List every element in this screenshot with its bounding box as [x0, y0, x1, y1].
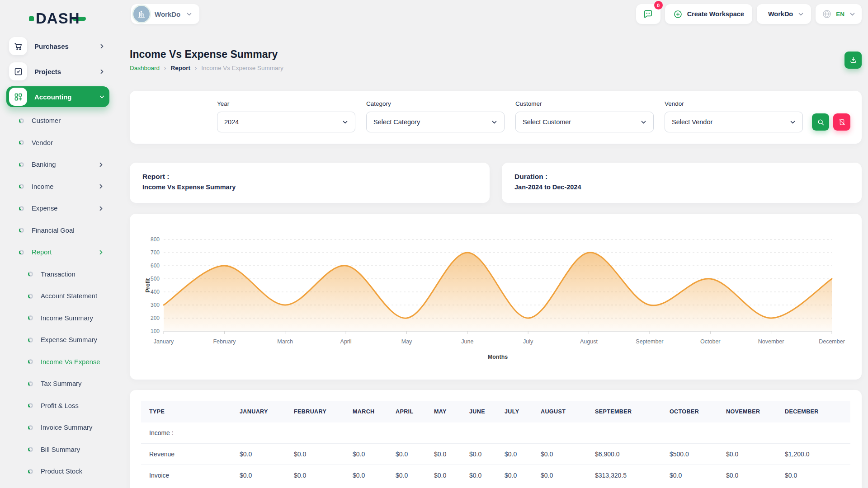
- sidebar-item-label: Customer: [32, 117, 61, 124]
- select-value: Select Customer: [523, 118, 571, 126]
- sidebar-item-expense[interactable]: Expense: [6, 197, 109, 220]
- sidebar-item-vendor[interactable]: Vendor: [6, 132, 109, 154]
- circle-bullet-icon: [19, 228, 24, 233]
- sidebar-item-label: Income Summary: [41, 314, 93, 322]
- circle-bullet-icon: [19, 250, 24, 255]
- summary-card-value: Income Vs Expense Summary: [142, 183, 477, 191]
- sidebar-item-financial-goal[interactable]: Financial Goal: [6, 220, 109, 242]
- column-header-september: SEPTEMBER: [587, 401, 661, 422]
- row-value-cell: $0.0: [344, 444, 387, 465]
- sidebar-item-expense-summary[interactable]: Expense Summary: [6, 329, 109, 351]
- column-header-april: APRIL: [387, 401, 426, 422]
- svg-text:May: May: [401, 338, 412, 345]
- breadcrumb-income-vs-expense-summary: Income Vs Expense Summary: [201, 65, 283, 71]
- svg-text:August: August: [580, 338, 598, 345]
- sidebar-item-label: Accounting: [34, 93, 72, 101]
- circle-bullet-icon: [19, 118, 24, 123]
- app-menu-button[interactable]: WorkDo: [757, 4, 811, 24]
- sidebar-item-cash-flow[interactable]: Cash Flow: [6, 483, 109, 488]
- row-value-cell: $0.0: [426, 444, 461, 465]
- chevron-down-icon: [342, 119, 348, 125]
- summary-card-value: Jan-2024 to Dec-2024: [514, 183, 849, 191]
- sidebar-item-accounting[interactable]: Accounting: [6, 86, 109, 107]
- svg-text:700: 700: [151, 249, 160, 256]
- filter-label: Customer: [515, 100, 654, 107]
- table-group-label: Income :: [141, 422, 850, 444]
- download-button[interactable]: [844, 52, 862, 69]
- sidebar-item-income-vs-expense[interactable]: Income Vs Expense: [6, 351, 109, 373]
- sidebar-item-banking[interactable]: Banking: [6, 154, 109, 176]
- table-row-invoice: Invoice$0.0$0.0$0.0$0.0$0.0$0.0$0.0$0.0$…: [141, 465, 850, 486]
- cart-icon: [9, 37, 27, 55]
- sidebar-item-customer[interactable]: Customer: [6, 110, 109, 132]
- sidebar-item-label: Income Vs Expense: [41, 358, 100, 366]
- chevron-right-icon: [98, 183, 104, 189]
- svg-text:March: March: [277, 338, 293, 345]
- sidebar-item-invoice-summary[interactable]: Invoice Summary: [6, 417, 109, 439]
- customer-select[interactable]: Select Customer: [515, 112, 654, 132]
- sidebar-item-account-statement[interactable]: Account Statement: [6, 285, 109, 307]
- chevron-right-icon: [98, 249, 104, 255]
- row-value-cell: $0.0: [496, 444, 533, 465]
- sidebar-item-label: Financial Goal: [32, 227, 75, 234]
- category-select[interactable]: Select Category: [366, 112, 505, 132]
- table-group-label: Expense :: [141, 486, 850, 488]
- sidebar-item-label: Purchases: [34, 42, 69, 50]
- sidebar-item-label: Report: [32, 249, 52, 256]
- sidebar-item-projects[interactable]: Projects: [6, 59, 109, 84]
- messages-button[interactable]: 0: [636, 4, 660, 24]
- chevron-down-icon: [491, 119, 497, 125]
- svg-text:600: 600: [151, 263, 160, 269]
- sidebar-item-profit-loss[interactable]: Profit & Loss: [6, 395, 109, 417]
- app-logo[interactable]: DASH: [29, 9, 109, 28]
- summary-card-report: Report :Income Vs Expense Summary: [130, 163, 490, 203]
- chevron-right-icon: [99, 69, 105, 75]
- chevron-down-icon: [641, 119, 646, 125]
- sidebar-item-tax-summary[interactable]: Tax Summary: [6, 373, 109, 395]
- svg-text:February: February: [213, 338, 236, 345]
- chat-bubble-icon: [643, 9, 653, 19]
- column-header-march: MARCH: [344, 401, 387, 422]
- sidebar-item-bill-summary[interactable]: Bill Summary: [6, 439, 109, 461]
- workspace-switcher[interactable]: WorkDo: [131, 4, 199, 24]
- circle-bullet-icon: [28, 469, 33, 474]
- svg-text:800: 800: [151, 236, 160, 243]
- grid-plus-icon: [9, 88, 27, 106]
- filter-label: Year: [217, 100, 355, 107]
- sidebar-item-product-stock[interactable]: Product Stock: [6, 460, 109, 483]
- language-selector[interactable]: EN: [816, 4, 862, 24]
- sidebar-item-income[interactable]: Income: [6, 176, 109, 198]
- sidebar-item-income-summary[interactable]: Income Summary: [6, 307, 109, 329]
- row-value-cell: $0.0: [387, 465, 426, 486]
- sidebar-item-label: Tax Summary: [41, 380, 81, 387]
- create-workspace-button[interactable]: Create Workspace: [665, 4, 752, 24]
- profit-chart: 100200300400500600700800JanuaryFebruaryM…: [143, 225, 854, 366]
- vendor-select[interactable]: Select Vendor: [665, 112, 803, 132]
- sidebar-item-report[interactable]: Report: [6, 241, 109, 263]
- search-button[interactable]: [812, 113, 829, 131]
- circle-bullet-icon: [19, 140, 24, 145]
- column-header-october: OCTOBER: [661, 401, 718, 422]
- sidebar-nav: PurchasesProjectsAccountingCustomerVendo…: [6, 33, 109, 488]
- sidebar-item-label: Projects: [34, 68, 61, 75]
- row-value-cell: $0.0: [661, 465, 718, 486]
- chevron-down-icon: [790, 119, 796, 125]
- column-header-type: TYPE: [141, 401, 231, 422]
- sidebar-item-label: Profit & Loss: [41, 402, 79, 409]
- sidebar-item-label: Vendor: [32, 139, 53, 146]
- breadcrumb-dashboard[interactable]: Dashboard: [130, 65, 160, 71]
- table-card: TYPEJANUARYFEBRUARYMARCHAPRILMAYJUNEJULY…: [130, 390, 862, 488]
- filter-field-year: Year2024: [217, 100, 355, 132]
- circle-bullet-icon: [28, 447, 33, 452]
- sidebar-item-purchases[interactable]: Purchases: [6, 33, 109, 59]
- circle-bullet-icon: [28, 294, 33, 299]
- sidebar-item-transaction[interactable]: Transaction: [6, 263, 109, 286]
- reset-button[interactable]: [833, 113, 850, 131]
- breadcrumb-report[interactable]: Report: [170, 65, 190, 71]
- year-select[interactable]: 2024: [217, 112, 355, 132]
- plus-circle-icon: [673, 9, 683, 19]
- table-header-row: TYPEJANUARYFEBRUARYMARCHAPRILMAYJUNEJULY…: [141, 401, 850, 422]
- filter-field-vendor: VendorSelect Vendor: [665, 100, 803, 132]
- sidebar-item-label: Income: [32, 183, 54, 190]
- chevron-right-icon: [98, 206, 104, 211]
